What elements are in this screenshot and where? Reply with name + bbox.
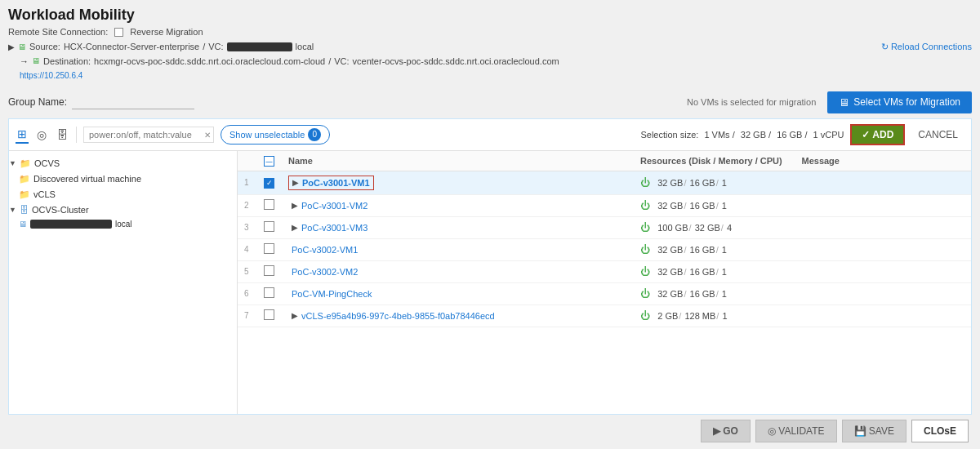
row-cpu: 4: [727, 223, 732, 233]
storage-view-icon[interactable]: 🗄: [55, 127, 69, 143]
save-button[interactable]: 💾 SAVE: [842, 420, 906, 442]
row-num: 5: [238, 260, 257, 282]
search-input[interactable]: [83, 127, 214, 143]
row-checkbox-cell[interactable]: [257, 260, 282, 282]
select-all-checkbox[interactable]: [264, 156, 274, 167]
row-checkbox-cell[interactable]: [257, 282, 282, 305]
row-num: 7: [238, 305, 257, 327]
row-disk: 32 GB: [657, 267, 683, 277]
row-expand-1[interactable]: ▶: [292, 201, 298, 210]
network-view-icon[interactable]: ◎: [35, 127, 48, 143]
row-checkbox-cell[interactable]: [257, 216, 282, 238]
grid-view-icon[interactable]: ⊞: [16, 126, 29, 144]
row-checkbox-cell[interactable]: [257, 171, 282, 194]
row-memory: 16 GB: [690, 201, 715, 211]
row-memory: 16 GB: [690, 289, 715, 299]
row-vm-name[interactable]: PoC-v3001-VM2: [301, 201, 368, 211]
row-cpu: 1: [722, 311, 727, 321]
tree-item-ocvs-cluster[interactable]: ▼ 🗄 OCVS-Cluster: [9, 202, 237, 217]
row-message-cell: [795, 216, 971, 238]
row-vm-name[interactable]: PoC-VM-PingCheck: [292, 289, 372, 299]
row-checkbox-4[interactable]: [264, 265, 274, 276]
remote-site-label: Remote Site Connection:: [8, 27, 108, 37]
row-checkbox-cell[interactable]: [257, 305, 282, 327]
cancel-button[interactable]: CANCEL: [911, 126, 964, 144]
row-vm-name[interactable]: PoC-v3001-VM3: [301, 223, 368, 233]
no-vms-text: No VMs is selected for migration: [687, 97, 816, 107]
power-icon: ⏻: [640, 222, 650, 233]
source-vc-label: VC:: [208, 40, 223, 55]
source-separator: /: [203, 40, 205, 55]
expand-source-icon[interactable]: ▶: [8, 41, 15, 54]
table-row: 4 PoC-v3002-VM1 ⏻ 32 GB/ 16 GB/ 1: [238, 238, 971, 260]
tree-item-discovered-vm[interactable]: 📁 Discovered virtual machine: [19, 171, 237, 187]
row-checkbox-3[interactable]: [264, 243, 274, 254]
row-expand-2[interactable]: ▶: [292, 223, 298, 232]
ip-link[interactable]: https://10.250.6.4: [20, 71, 82, 80]
discovered-vm-label[interactable]: Discovered virtual machine: [33, 174, 141, 184]
ocvs-label[interactable]: OCVS: [34, 158, 60, 168]
row-message-cell: [795, 260, 971, 282]
col-name: Name: [282, 151, 634, 171]
table-row: 5 PoC-v3002-VM2 ⏻ 32 GB/ 16 GB/ 1: [238, 260, 971, 282]
select-vms-button[interactable]: 🖥 Select VMs for Migration: [827, 91, 972, 113]
row-resource-cell: ⏻ 32 GB/ 16 GB/ 1: [634, 194, 795, 216]
tree-item-vcls[interactable]: 📁 vCLS: [19, 187, 237, 202]
selection-info: Selection size: 1 VMs / 32 GB / 16 GB / …: [640, 130, 844, 140]
row-vm-name[interactable]: PoC-v3002-VM2: [292, 267, 358, 277]
ocvs-expand-icon[interactable]: ▼: [9, 159, 16, 167]
tree-item-ocvs[interactable]: ▼ 📁 OCVS: [9, 156, 237, 171]
row-checkbox-6[interactable]: [264, 309, 274, 320]
row-vm-name[interactable]: vCLS-e95a4b96-997c-4beb-9855-f0ab78446ec…: [301, 311, 495, 321]
col-num: [238, 151, 257, 171]
row-checkbox-cell[interactable]: [257, 194, 282, 216]
row-disk: 32 GB: [657, 245, 683, 255]
row-cpu: 1: [722, 178, 727, 188]
row-cpu: 1: [722, 289, 727, 299]
arrow-right-icon: →: [20, 55, 29, 69]
select-vms-icon: 🖥: [839, 96, 849, 109]
vm-table-panel: Name Resources (Disk / Memory / CPU) Mes…: [238, 151, 971, 414]
row-expand-6[interactable]: ▶: [292, 311, 298, 320]
add-button[interactable]: ✓ ADD: [850, 124, 905, 145]
row-num: 6: [238, 282, 257, 305]
destination-name: hcxmgr-ocvs-poc-sddc.sddc.nrt.oci.oracle…: [94, 55, 325, 69]
row-vm-name[interactable]: PoC-v3002-VM1: [292, 245, 358, 255]
row-message-cell: [795, 194, 971, 216]
ocvs-cluster-expand-icon[interactable]: ▼: [9, 206, 16, 214]
row-checkbox-5[interactable]: [264, 287, 274, 298]
go-button[interactable]: ▶ GO: [701, 420, 751, 442]
group-name-input[interactable]: [72, 96, 194, 109]
power-icon: ⏻: [640, 288, 650, 300]
vcls-label[interactable]: vCLS: [33, 189, 56, 199]
row-disk: 32 GB: [657, 289, 683, 299]
local-label: local: [115, 220, 132, 229]
tree-ocvs-children: 📁 Discovered virtual machine 📁 vCLS: [9, 171, 237, 202]
clear-search-icon[interactable]: ✕: [204, 130, 211, 139]
row-expand-0[interactable]: ▶: [292, 178, 299, 187]
row-resource-cell: ⏻ 100 GB/ 32 GB/ 4: [634, 216, 795, 238]
validate-button[interactable]: ◎ VALIDATE: [755, 420, 837, 442]
row-vm-name[interactable]: PoC-v3001-VM1: [302, 178, 370, 188]
reverse-migration-checkbox[interactable]: [114, 28, 123, 37]
destination-vc-label: VC:: [334, 55, 349, 69]
close-button[interactable]: CLOsE: [911, 420, 969, 442]
destination-vc-value: vcenter-ocvs-poc-sddc.sddc.nrt.oci.oracl…: [353, 55, 559, 69]
reload-connections-link[interactable]: ↻ Reload Connections: [881, 40, 972, 55]
row-checkbox-cell[interactable]: [257, 238, 282, 260]
row-checkbox-1[interactable]: [264, 199, 274, 210]
row-resource-cell: ⏻ 32 GB/ 16 GB/ 1: [634, 238, 795, 260]
reload-icon: ↻: [881, 40, 889, 55]
row-resource-cell: ⏻ 2 GB/ 128 MB/ 1: [634, 305, 795, 327]
row-name-cell: ▶ PoC-v3001-VM2: [282, 194, 634, 216]
row-disk: 2 GB: [657, 311, 678, 321]
tree-item-local-server[interactable]: 🖥 local: [19, 217, 237, 231]
row-name-cell: PoC-v3002-VM1: [282, 238, 634, 260]
show-unselectable-button[interactable]: Show unselectable 0: [220, 125, 330, 144]
discovered-folder-icon: 📁: [19, 174, 30, 184]
table-row: 1 ▶ PoC-v3001-VM1 ⏻ 32 GB/ 16 GB/ 1: [238, 171, 971, 194]
row-message-cell: [795, 305, 971, 327]
row-checkbox-2[interactable]: [264, 221, 274, 232]
row-checkbox-0[interactable]: [264, 178, 274, 189]
ocvs-cluster-label[interactable]: OCVS-Cluster: [32, 205, 89, 215]
